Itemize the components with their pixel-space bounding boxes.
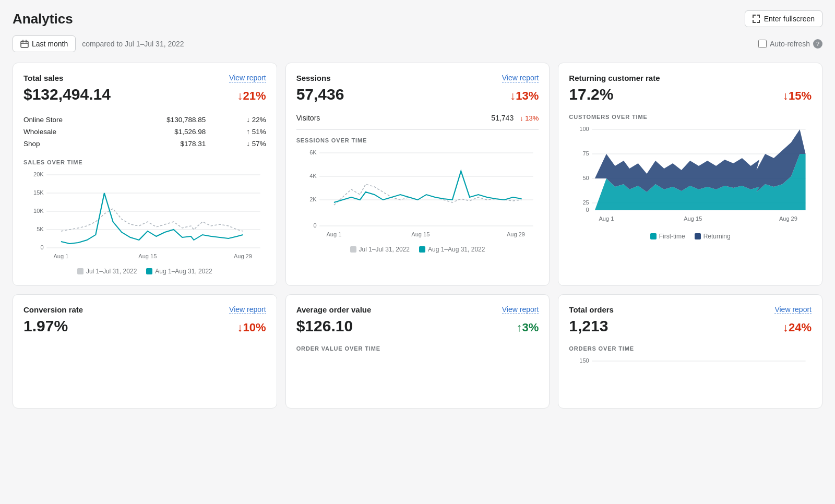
legend-label-prev: Jul 1–Jul 31, 2022: [86, 268, 137, 275]
svg-rect-0: [21, 41, 28, 47]
conversion-rate-value: 1.97%: [23, 317, 68, 335]
svg-marker-38: [595, 129, 806, 192]
sessions-view-report[interactable]: View report: [502, 74, 539, 82]
breakdown-value: $1,526.98: [115, 126, 206, 138]
customers-legend-label-returning: Returning: [703, 233, 731, 240]
total-sales-pct: 21%: [237, 89, 266, 103]
compare-text: compared to Jul 1–Jul 31, 2022: [82, 40, 184, 48]
svg-text:25: 25: [583, 200, 589, 206]
conversion-rate-view-report[interactable]: View report: [229, 305, 266, 314]
avg-order-title: Average order value: [296, 305, 372, 314]
table-row: Shop $178.31 ↓ 57%: [23, 138, 266, 150]
fullscreen-label: Enter fullscreen: [764, 15, 815, 23]
sales-breakdown-table: Online Store $130,788.85 ↓ 22% Wholesale…: [23, 114, 266, 150]
sessions-card: Sessions View report 57,436 13% Visitors…: [285, 63, 550, 286]
returning-customer-title: Returning customer rate: [569, 74, 660, 82]
total-sales-card: Total sales View report $132,494.14 21% …: [13, 63, 277, 286]
svg-text:10K: 10K: [33, 208, 44, 214]
table-row: Wholesale $1,526.98 ↑ 51%: [23, 126, 266, 138]
breakdown-label: Online Store: [23, 114, 115, 126]
total-orders-title: Total orders: [569, 305, 614, 314]
page-title: Analytics: [13, 11, 73, 27]
svg-text:15K: 15K: [33, 190, 44, 196]
fullscreen-button[interactable]: Enter fullscreen: [745, 10, 822, 27]
legend-item-curr: Aug 1–Aug 31, 2022: [146, 268, 212, 275]
visitors-pct: ↓ 13%: [520, 114, 539, 122]
customers-chart-legend: First-time Returning: [569, 233, 812, 240]
help-icon[interactable]: ?: [813, 39, 822, 49]
conversion-rate-pct: 10%: [237, 321, 266, 334]
visitors-row: Visitors 51,743 ↓ 13%: [296, 114, 539, 122]
customers-legend-dot-firsttime: [650, 233, 657, 239]
customers-legend-firsttime: First-time: [650, 233, 685, 240]
auto-refresh-label: Auto-refresh: [770, 40, 810, 48]
table-row: Online Store $130,788.85 ↓ 22%: [23, 114, 266, 126]
svg-text:Aug 15: Aug 15: [138, 254, 157, 259]
sales-chart: 20K 15K 10K 5K 0 Aug 1 Aug 15 Aug 29: [23, 170, 266, 263]
sessions-chart-label: SESSIONS OVER TIME: [296, 137, 539, 143]
svg-text:Aug 15: Aug 15: [411, 232, 430, 237]
conversion-rate-title: Conversion rate: [23, 305, 83, 314]
sessions-value: 57,436: [296, 86, 344, 103]
sessions-legend-curr: Aug 1–Aug 31, 2022: [419, 246, 485, 253]
sessions-legend-label-prev: Jul 1–Jul 31, 2022: [359, 246, 410, 253]
avg-order-card: Average order value View report $126.10 …: [285, 294, 550, 409]
total-orders-pct: 24%: [783, 321, 812, 334]
customers-chart-label: CUSTOMERS OVER TIME: [569, 114, 812, 120]
svg-text:0: 0: [586, 207, 589, 213]
auto-refresh-checkbox[interactable]: [758, 40, 767, 48]
svg-text:0: 0: [313, 223, 316, 229]
calendar-icon: [20, 40, 29, 48]
orders-chart-label: ORDERS OVER TIME: [569, 345, 812, 352]
date-range-label: Last month: [32, 40, 68, 48]
breakdown-value: $130,788.85: [115, 114, 206, 126]
fullscreen-icon: [753, 15, 761, 23]
total-orders-view-report[interactable]: View report: [774, 305, 812, 314]
sessions-title: Sessions: [296, 74, 331, 82]
svg-text:Aug 1: Aug 1: [326, 232, 341, 237]
svg-text:4K: 4K: [309, 173, 317, 179]
customers-legend-returning: Returning: [695, 233, 731, 240]
svg-text:5K: 5K: [37, 226, 44, 232]
sessions-legend-dot-prev: [350, 246, 356, 253]
svg-text:100: 100: [580, 126, 590, 132]
customers-legend-dot-returning: [695, 233, 701, 239]
breakdown-pct: ↓ 22%: [206, 114, 266, 126]
customers-chart: 100 75 50 25 0 Aug 1 Aug 15 Aug 29: [569, 124, 812, 229]
svg-text:150: 150: [580, 358, 590, 364]
sessions-chart: 6K 4K 2K 0 Aug 1 Aug 15 Aug 29: [296, 148, 539, 242]
svg-text:2K: 2K: [309, 197, 317, 202]
svg-text:Aug 29: Aug 29: [507, 232, 525, 237]
breakdown-pct: ↑ 51%: [206, 126, 266, 138]
avg-order-value: $126.10: [296, 317, 353, 335]
breakdown-value: $178.31: [115, 138, 206, 150]
legend-label-curr: Aug 1–Aug 31, 2022: [155, 268, 212, 275]
returning-customer-value: 17.2%: [569, 86, 613, 103]
visitors-value: 51,743: [491, 114, 514, 122]
svg-text:0: 0: [41, 245, 44, 250]
avg-order-view-report[interactable]: View report: [502, 305, 539, 314]
total-sales-view-report[interactable]: View report: [229, 74, 266, 82]
auto-refresh-container: Auto-refresh ?: [758, 39, 822, 49]
total-sales-title: Total sales: [23, 74, 63, 82]
customers-legend-label-firsttime: First-time: [659, 233, 685, 240]
conversion-rate-card: Conversion rate View report 1.97% 10%: [13, 294, 277, 409]
sessions-legend-label-curr: Aug 1–Aug 31, 2022: [428, 246, 485, 253]
date-range-button[interactable]: Last month: [13, 35, 76, 52]
svg-text:75: 75: [583, 151, 589, 157]
svg-text:Aug 29: Aug 29: [234, 254, 252, 259]
legend-dot-curr: [146, 268, 152, 274]
sessions-legend-dot-curr: [419, 246, 425, 253]
total-orders-value: 1,213: [569, 317, 608, 335]
svg-text:6K: 6K: [309, 150, 317, 155]
sales-chart-label: SALES OVER TIME: [23, 159, 266, 165]
breakdown-label: Shop: [23, 138, 115, 150]
sales-chart-legend: Jul 1–Jul 31, 2022 Aug 1–Aug 31, 2022: [23, 268, 266, 275]
returning-customer-card: Returning customer rate 17.2% 15% CUSTOM…: [558, 63, 822, 286]
total-sales-value: $132,494.14: [23, 86, 111, 103]
returning-customer-pct: 15%: [783, 89, 812, 103]
svg-text:Aug 1: Aug 1: [599, 216, 614, 222]
breakdown-pct: ↓ 57%: [206, 138, 266, 150]
svg-text:50: 50: [583, 175, 589, 181]
breakdown-label: Wholesale: [23, 126, 115, 138]
